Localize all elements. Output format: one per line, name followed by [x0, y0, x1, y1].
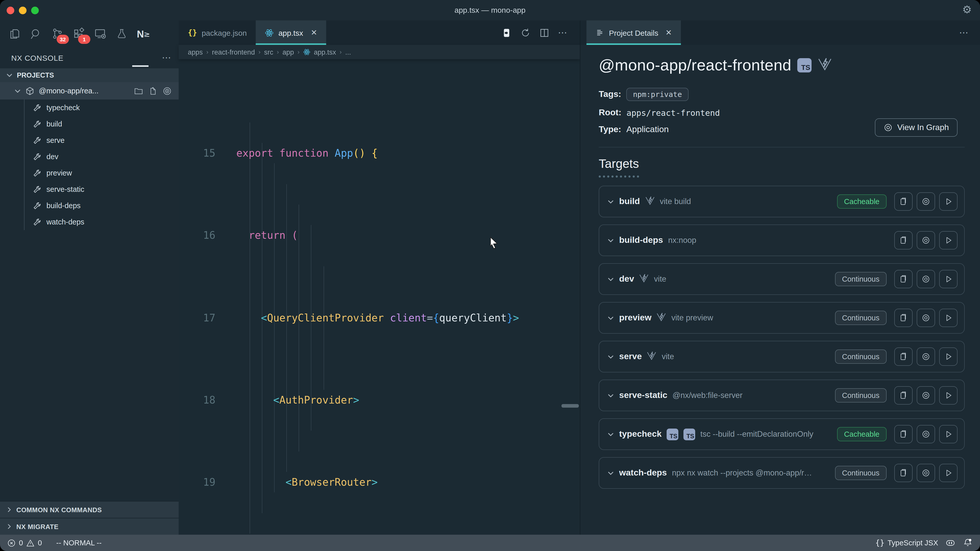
breadcrumb-item[interactable]: ...: [345, 48, 351, 56]
tree-item-target[interactable]: dev: [0, 148, 179, 165]
target-detail: tsc --build --emitDeclarationOnly: [700, 430, 813, 439]
view-in-graph-button[interactable]: View In Graph: [875, 118, 958, 137]
chevron-down-icon[interactable]: [608, 237, 614, 244]
folder-icon[interactable]: [134, 86, 143, 96]
target-row[interactable]: serve-static TS TS @nx/web:file-server C…: [599, 380, 965, 411]
nx-console-icon[interactable]: N≥: [136, 27, 150, 41]
code-editor[interactable]: 15 export function App() { 16 return ( 1…: [179, 59, 580, 535]
target-row[interactable]: dev TS TS vite Continuous: [599, 263, 965, 295]
focus-target-button[interactable]: [917, 270, 935, 288]
problems-indicator[interactable]: 0 0: [7, 538, 42, 547]
testing-beaker-icon[interactable]: [115, 27, 129, 41]
focus-target-button[interactable]: [917, 231, 935, 249]
root-label: Root:: [599, 108, 621, 118]
chevron-down-icon[interactable]: [608, 392, 614, 399]
breadcrumb-item[interactable]: src: [264, 48, 273, 56]
editor-more-actions-icon[interactable]: ⋯: [558, 27, 568, 38]
type-label: Type:: [599, 124, 621, 135]
code-line: 16 return (: [179, 225, 580, 246]
chevron-down-icon[interactable]: [608, 353, 614, 360]
breadcrumb-item[interactable]: react-frontend: [212, 48, 255, 56]
tree-item-target[interactable]: typecheck: [0, 100, 179, 116]
focus-target-button[interactable]: [917, 386, 935, 405]
copy-button[interactable]: [894, 270, 913, 288]
run-target-button[interactable]: [939, 309, 958, 327]
target-status-badge: Continuous: [835, 388, 886, 403]
run-target-button[interactable]: [939, 192, 958, 211]
target-row[interactable]: build-deps TS TS nx:noop: [599, 224, 965, 256]
projects-section-header[interactable]: PROJECTS: [0, 68, 179, 82]
split-editor-icon[interactable]: [539, 27, 550, 38]
tree-item-target[interactable]: serve-static: [0, 181, 179, 197]
close-panel-icon[interactable]: ✕: [665, 28, 672, 37]
projects-section-label: PROJECTS: [17, 71, 54, 79]
copy-button[interactable]: [894, 309, 913, 327]
tree-item-target[interactable]: build: [0, 116, 179, 132]
run-target-icon[interactable]: [501, 27, 512, 38]
chevron-down-icon[interactable]: [608, 470, 614, 476]
project-tree-item[interactable]: @mono-app/rea...: [0, 82, 179, 100]
explorer-icon[interactable]: [8, 27, 21, 41]
tree-item-target[interactable]: preview: [0, 165, 179, 181]
chevron-down-icon[interactable]: [608, 431, 614, 437]
tab-project-details[interactable]: Project Details ✕: [587, 21, 681, 45]
tree-item-target[interactable]: watch-deps: [0, 214, 179, 230]
chevron-down-icon[interactable]: [608, 198, 614, 205]
common-nx-commands-section[interactable]: COMMON NX COMMANDS: [0, 501, 179, 518]
tree-item-target[interactable]: serve: [0, 132, 179, 148]
warning-icon: [26, 538, 35, 547]
notifications-bell-icon[interactable]: [963, 538, 973, 548]
copy-button[interactable]: [894, 464, 913, 482]
chevron-down-icon[interactable]: [608, 276, 614, 283]
chevron-down-icon[interactable]: [608, 314, 614, 321]
breadcrumb-item[interactable]: apps: [188, 48, 203, 56]
remote-explorer-icon[interactable]: [94, 27, 107, 41]
package-cube-icon: [25, 86, 35, 96]
breadcrumb-item[interactable]: app: [283, 48, 294, 56]
tab-app-tsx[interactable]: app.tsx ✕: [256, 21, 326, 45]
clipboard-icon: [899, 197, 908, 206]
tab-package-json[interactable]: {} package.json: [179, 21, 256, 45]
breadcrumb-item[interactable]: app.tsx: [314, 48, 336, 56]
copilot-icon[interactable]: [945, 538, 956, 548]
target-row[interactable]: serve TS TS vite Continuous: [599, 341, 965, 372]
close-tab-icon[interactable]: ✕: [311, 28, 317, 37]
focus-target-button[interactable]: [917, 464, 935, 482]
run-target-button[interactable]: [939, 386, 958, 405]
tree-item-label: serve-static: [46, 185, 84, 193]
copy-button[interactable]: [894, 192, 913, 211]
copy-button[interactable]: [894, 425, 913, 443]
target-icon[interactable]: [162, 86, 172, 96]
sidebar-more-actions-icon[interactable]: ⋯: [162, 52, 172, 63]
horizontal-scrollbar[interactable]: [562, 404, 579, 408]
focus-target-button[interactable]: [917, 425, 935, 443]
focus-target-button[interactable]: [917, 309, 935, 327]
tree-item-target[interactable]: build-deps: [0, 197, 179, 214]
edit-config-file-icon[interactable]: [148, 86, 158, 96]
run-target-button[interactable]: [939, 231, 958, 249]
search-icon[interactable]: [29, 27, 43, 41]
target-row[interactable]: preview TS TS vite preview Continuous: [599, 302, 965, 333]
target-row[interactable]: typecheck TS TS tsc --build --emitDeclar…: [599, 418, 965, 450]
run-target-button[interactable]: [939, 425, 958, 443]
run-target-button[interactable]: [939, 464, 958, 482]
language-mode[interactable]: {} TypeScript JSX: [875, 538, 938, 548]
extensions-icon[interactable]: 1: [72, 27, 86, 41]
run-target-button[interactable]: [939, 270, 958, 288]
nx-migrate-section[interactable]: NX MIGRATE: [0, 518, 179, 535]
copy-button[interactable]: [894, 348, 913, 366]
target-name: serve-static: [619, 390, 667, 400]
settings-gear-icon[interactable]: ⚙: [962, 3, 972, 16]
target-row[interactable]: build TS TS vite build Cacheable: [599, 186, 965, 218]
focus-target-button[interactable]: [917, 348, 935, 366]
source-control-icon[interactable]: 32: [51, 27, 64, 41]
panel-more-actions-icon[interactable]: ⋯: [959, 27, 980, 38]
copy-button[interactable]: [894, 386, 913, 405]
target-name: build: [619, 197, 640, 206]
tree-item-label: build-deps: [46, 202, 81, 210]
run-target-button[interactable]: [939, 348, 958, 366]
copy-button[interactable]: [894, 231, 913, 249]
refresh-icon[interactable]: [520, 27, 531, 38]
focus-target-button[interactable]: [917, 192, 935, 211]
target-row[interactable]: watch-deps TS TS npx nx watch --projects…: [599, 457, 965, 489]
